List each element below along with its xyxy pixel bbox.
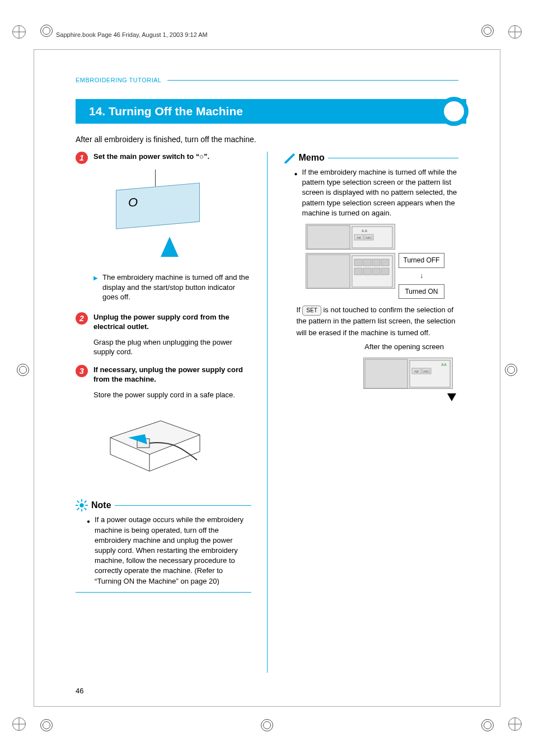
set-key-icon: SET bbox=[302, 306, 321, 316]
svg-rect-28 bbox=[365, 359, 407, 388]
running-header: Sapphire.book Page 46 Friday, August 1, … bbox=[56, 31, 208, 38]
registration-mark-icon bbox=[40, 25, 53, 37]
registration-mark-icon bbox=[17, 364, 29, 376]
step-number-badge: 2 bbox=[76, 312, 88, 325]
continuation-arrow-icon bbox=[447, 393, 456, 401]
svg-rect-22 bbox=[372, 259, 380, 266]
step-number-badge: 1 bbox=[76, 152, 88, 164]
screen-thumbnail-1: A A AB ABC bbox=[306, 224, 395, 250]
step-1-result: ▶ The embroidery machine is turned off a… bbox=[93, 273, 251, 302]
svg-rect-21 bbox=[363, 259, 371, 266]
svg-line-7 bbox=[77, 501, 79, 503]
registration-mark-icon bbox=[481, 25, 494, 37]
note-label: Note bbox=[91, 500, 111, 510]
section-title-bar: 14. Turning Off the Machine bbox=[76, 99, 466, 124]
svg-rect-26 bbox=[372, 268, 380, 275]
after-opening-label: After the opening screen bbox=[294, 342, 444, 352]
registration-mark-icon bbox=[261, 719, 273, 731]
memo-box: Memo If the embroidery machine is turned… bbox=[283, 152, 459, 389]
callout-arrow-down: ↓ bbox=[399, 269, 445, 283]
svg-rect-25 bbox=[363, 268, 371, 275]
svg-rect-24 bbox=[354, 268, 362, 275]
right-column: Memo If the embroidery machine is turned… bbox=[283, 152, 459, 673]
svg-text:ABC: ABC bbox=[365, 236, 372, 240]
registration-mark-icon bbox=[505, 364, 517, 376]
memo-paragraph-2: If SET is not touched to confirm the sel… bbox=[297, 304, 459, 338]
registration-mark-icon bbox=[40, 719, 53, 731]
step-2: 2 Unplug the power supply cord from the … bbox=[76, 312, 251, 332]
page-frame: EMBROIDERING TUTORIAL 14. Turning Off th… bbox=[34, 49, 500, 707]
breadcrumb-label: EMBROIDERING TUTORIAL bbox=[76, 77, 162, 83]
svg-line-9 bbox=[85, 501, 87, 503]
svg-rect-27 bbox=[381, 268, 389, 275]
screen-thumbnail-2 bbox=[306, 253, 395, 289]
svg-rect-23 bbox=[381, 259, 389, 266]
crop-mark-icon bbox=[508, 25, 522, 39]
note-rule bbox=[115, 505, 251, 506]
svg-text:A A: A A bbox=[361, 229, 367, 233]
figure-power-switch: O bbox=[93, 170, 217, 265]
bullet-dot-icon bbox=[87, 515, 90, 586]
step-2-title: Unplug the power supply cord from the el… bbox=[93, 312, 251, 332]
triangle-bullet-icon: ▶ bbox=[93, 274, 98, 302]
intro-text: After all embroidery is finished, turn o… bbox=[76, 135, 256, 144]
svg-text:AB: AB bbox=[356, 236, 360, 240]
svg-text:AB: AB bbox=[414, 370, 419, 373]
step-1: 1 Set the main power switch to “○”. bbox=[76, 152, 251, 164]
screen-thumbnail-3: AA AB ABC bbox=[363, 358, 453, 389]
page-number: 46 bbox=[76, 687, 83, 695]
note-icon bbox=[76, 499, 88, 511]
memo-paragraph-1: If the embroidery machine is turned off … bbox=[302, 167, 458, 218]
breadcrumb-rule bbox=[167, 80, 458, 81]
callout-line-icon bbox=[155, 170, 156, 186]
step-3-title: If necessary, unplug the power supply co… bbox=[93, 365, 251, 384]
note-box: Note If a power outage occurs while the … bbox=[76, 499, 251, 592]
step-3: 3 If necessary, unplug the power supply … bbox=[76, 365, 251, 384]
section-title: 14. Turning Off the Machine bbox=[89, 105, 243, 118]
crop-mark-icon bbox=[12, 25, 26, 39]
breadcrumb: EMBROIDERING TUTORIAL bbox=[76, 77, 458, 83]
svg-rect-11 bbox=[307, 226, 350, 249]
svg-point-2 bbox=[79, 504, 83, 508]
svg-rect-20 bbox=[354, 259, 362, 266]
memo-icon bbox=[283, 152, 296, 164]
registration-mark-icon bbox=[481, 719, 494, 731]
svg-text:AA: AA bbox=[441, 363, 447, 367]
step-3-body: Store the power supply cord in a safe pl… bbox=[93, 390, 251, 400]
crop-mark-icon bbox=[508, 717, 522, 731]
crop-mark-icon bbox=[12, 717, 26, 731]
callout-turned-off: Turned OFF bbox=[399, 253, 445, 268]
figure-unplug-cord bbox=[93, 404, 217, 488]
svg-line-8 bbox=[85, 508, 87, 510]
callout-turned-on: Turned ON bbox=[399, 284, 445, 299]
step-number-badge: 3 bbox=[76, 365, 88, 377]
step-2-body: Grasp the plug when unplugging the power… bbox=[93, 337, 251, 357]
svg-line-10 bbox=[77, 508, 79, 510]
memo-rule bbox=[328, 158, 458, 158]
memo-label: Memo bbox=[299, 153, 325, 163]
direction-arrow-icon bbox=[161, 237, 179, 257]
svg-text:ABC: ABC bbox=[423, 370, 430, 373]
left-column: 1 Set the main power switch to “○”. O ▶ … bbox=[76, 152, 251, 673]
step-1-result-text: The embroidery machine is turned off and… bbox=[102, 273, 251, 302]
note-rule-bottom bbox=[76, 592, 251, 593]
bullet-dot-icon bbox=[294, 167, 298, 218]
switch-off-symbol: O bbox=[128, 195, 138, 210]
svg-rect-18 bbox=[307, 255, 350, 288]
step-1-title: Set the main power switch to “○”. bbox=[93, 152, 209, 164]
note-body: If a power outage occurs while the embro… bbox=[95, 515, 251, 586]
column-divider bbox=[267, 152, 268, 673]
title-endcap-icon bbox=[439, 97, 469, 126]
